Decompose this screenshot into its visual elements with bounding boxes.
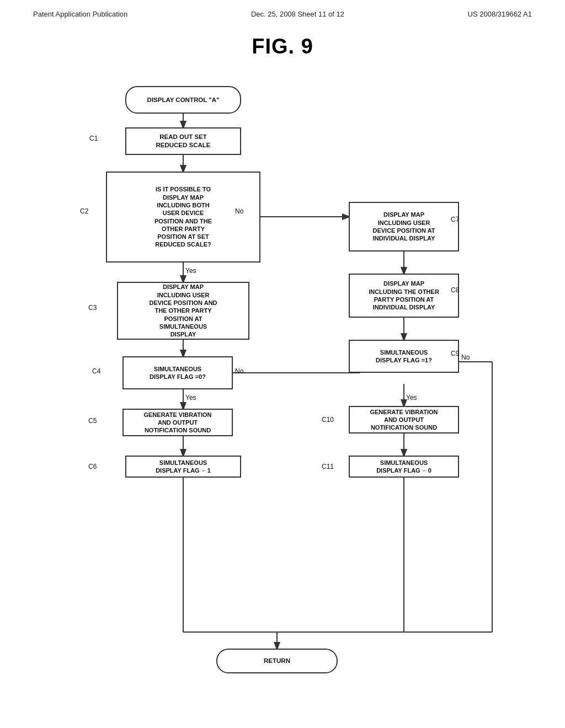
header-left: Patent Application Publication xyxy=(33,10,127,18)
label-c4: C4 xyxy=(92,367,100,375)
node-return: RETURN xyxy=(216,649,338,673)
node-start: DISPLAY CONTROL "A" xyxy=(125,86,241,114)
no-label-c4: No xyxy=(235,367,243,375)
no-label-c9: No xyxy=(461,354,470,361)
label-c10: C10 xyxy=(322,416,334,424)
node-c10: GENERATE VIBRATION AND OUTPUT NOTIFICATI… xyxy=(349,406,459,433)
arrows-svg xyxy=(40,75,525,682)
node-c9: SIMULTANEOUS DISPLAY FLAG =1? xyxy=(349,340,459,373)
header-right: US 2008/319662 A1 xyxy=(468,10,532,18)
label-c1: C1 xyxy=(89,135,98,142)
yes-label-c9: Yes xyxy=(406,394,417,402)
node-c1: READ OUT SET REDUCED SCALE xyxy=(125,127,241,155)
node-c6: SIMULTANEOUS DISPLAY FLAG ←1 xyxy=(125,456,241,478)
node-c5: GENERATE VIBRATION AND OUTPUT NOTIFICATI… xyxy=(122,409,233,436)
node-c2: IS IT POSSIBLE TO DISPLAY MAP INCLUDING … xyxy=(106,172,260,263)
page-header: Patent Application Publication Dec. 25, … xyxy=(0,0,565,24)
label-c7: C7 xyxy=(451,216,459,223)
label-c5: C5 xyxy=(88,417,97,425)
label-c6: C6 xyxy=(88,463,97,470)
node-c11: SIMULTANEOUS DISPLAY FLAG ←0 xyxy=(349,456,459,478)
node-c8: DISPLAY MAP INCLUDING THE OTHER PARTY PO… xyxy=(349,274,459,318)
node-c7: DISPLAY MAP INCLUDING USER DEVICE POSITI… xyxy=(349,202,459,251)
yes-label-c2: Yes xyxy=(185,267,196,275)
figure-title: FIG. 9 xyxy=(0,35,565,58)
label-c11: C11 xyxy=(322,463,334,470)
label-c8: C8 xyxy=(451,286,459,294)
flowchart: DISPLAY CONTROL "A" READ OUT SET REDUCED… xyxy=(40,75,525,682)
node-c3: DISPLAY MAP INCLUDING USER DEVICE POSITI… xyxy=(117,282,249,340)
label-c9: C9 xyxy=(451,350,459,357)
no-label-c2: No xyxy=(235,207,243,215)
header-center: Dec. 25, 2008 Sheet 11 of 12 xyxy=(251,10,344,18)
node-c4: SIMULTANEOUS DISPLAY FLAG =0? xyxy=(122,356,233,389)
yes-label-c4: Yes xyxy=(185,394,196,402)
label-c3: C3 xyxy=(88,304,97,312)
label-c2: C2 xyxy=(80,207,88,215)
